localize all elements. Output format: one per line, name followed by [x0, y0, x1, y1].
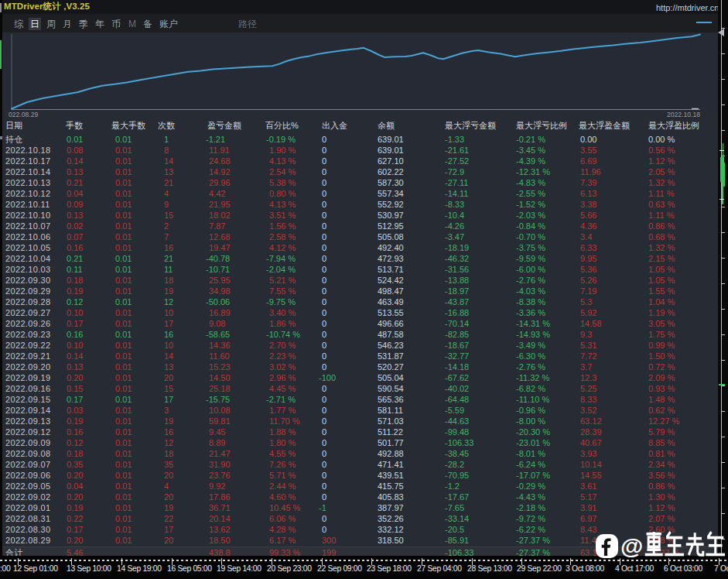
svg-text:@: @	[620, 533, 643, 559]
